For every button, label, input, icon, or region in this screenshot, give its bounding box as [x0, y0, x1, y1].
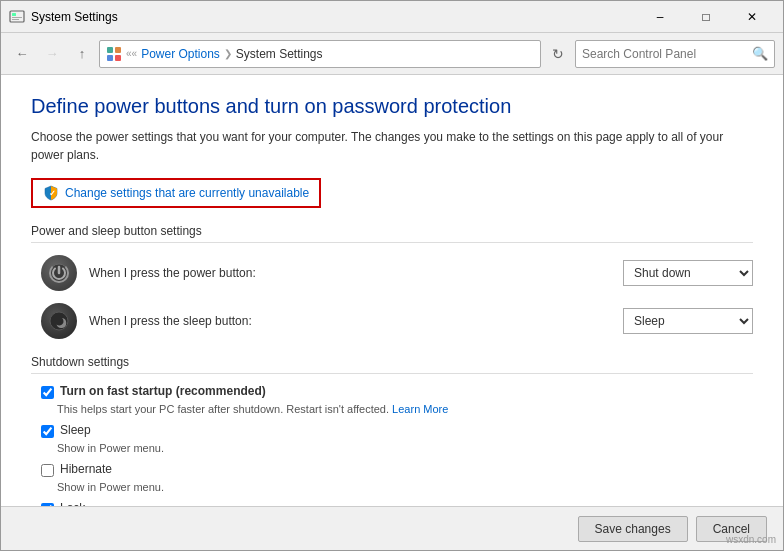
watermark: wsxdn.com	[726, 534, 776, 545]
svg-rect-0	[10, 11, 24, 22]
sleep-button-icon	[48, 310, 70, 332]
page-title: Define power buttons and turn on passwor…	[31, 95, 753, 118]
minimize-button[interactable]: –	[637, 1, 683, 33]
hibernate-label: Hibernate	[60, 462, 112, 476]
power-button-label: When I press the power button:	[89, 266, 623, 280]
breadcrumb-power-options[interactable]: Power Options	[141, 47, 220, 61]
maximize-button[interactable]: □	[683, 1, 729, 33]
hibernate-sub: Show in Power menu.	[31, 481, 753, 493]
footer: Save changes Cancel	[1, 506, 783, 550]
search-icon[interactable]: 🔍	[752, 46, 768, 61]
svg-rect-6	[107, 55, 113, 61]
search-bar: 🔍	[575, 40, 775, 68]
breadcrumb: «« Power Options ❯ System Settings	[99, 40, 541, 68]
breadcrumb-sep1: ««	[126, 48, 137, 59]
section1-header: Power and sleep button settings	[31, 224, 753, 243]
sleep-icon	[41, 303, 77, 339]
close-button[interactable]: ✕	[729, 1, 775, 33]
shutdown-section: Shutdown settings Turn on fast startup (…	[31, 355, 753, 506]
sleep-button-label: When I press the sleep button:	[89, 314, 623, 328]
control-panel-icon	[106, 46, 122, 62]
section2-header: Shutdown settings	[31, 355, 753, 374]
fast-startup-checkbox[interactable]	[41, 386, 54, 399]
hibernate-checkbox[interactable]	[41, 464, 54, 477]
power-button-dropdown[interactable]: Shut down Do nothing Sleep Hibernate Tur…	[623, 260, 753, 286]
search-input[interactable]	[582, 47, 752, 61]
sleep-row: Sleep	[31, 423, 753, 438]
sleep-label: Sleep	[60, 423, 91, 437]
window-controls: – □ ✕	[637, 1, 775, 33]
up-button[interactable]: ↑	[69, 41, 95, 67]
breadcrumb-current: System Settings	[236, 47, 323, 61]
sleep-button-row: When I press the sleep button: Sleep Do …	[31, 303, 753, 339]
hibernate-row: Hibernate	[31, 462, 753, 477]
svg-point-9	[50, 264, 68, 282]
title-bar: System Settings – □ ✕	[1, 1, 783, 33]
power-button-row: When I press the power button: Shut down…	[31, 255, 753, 291]
fast-startup-label: Turn on fast startup (recommended)	[60, 384, 266, 398]
change-settings-label: Change settings that are currently unava…	[65, 186, 309, 200]
shield-icon: ✓	[43, 185, 59, 201]
window-icon	[9, 9, 25, 25]
forward-button[interactable]: →	[39, 41, 65, 67]
learn-more-link[interactable]: Learn More	[392, 403, 448, 415]
sleep-sub: Show in Power menu.	[31, 442, 753, 454]
save-button[interactable]: Save changes	[578, 516, 688, 542]
content-area: Define power buttons and turn on passwor…	[1, 75, 783, 506]
back-button[interactable]: ←	[9, 41, 35, 67]
svg-rect-5	[115, 47, 121, 53]
address-bar: ← → ↑ «« Power Options ❯ System Settings…	[1, 33, 783, 75]
power-button-icon	[48, 262, 70, 284]
svg-rect-1	[12, 13, 16, 16]
svg-rect-2	[12, 17, 22, 18]
svg-rect-3	[12, 19, 19, 20]
window-title: System Settings	[31, 10, 637, 24]
fast-startup-sub: This helps start your PC faster after sh…	[31, 403, 753, 415]
breadcrumb-arrow: ❯	[224, 48, 232, 59]
sleep-checkbox[interactable]	[41, 425, 54, 438]
fast-startup-row: Turn on fast startup (recommended)	[31, 384, 753, 399]
svg-rect-4	[107, 47, 113, 53]
svg-rect-7	[115, 55, 121, 61]
change-settings-button[interactable]: ✓ Change settings that are currently una…	[31, 178, 321, 208]
refresh-button[interactable]: ↻	[545, 41, 571, 67]
main-window: System Settings – □ ✕ ← → ↑ «« Power Opt…	[0, 0, 784, 551]
page-description: Choose the power settings that you want …	[31, 128, 753, 164]
sleep-button-dropdown[interactable]: Sleep Do nothing Hibernate Shut down Tur…	[623, 308, 753, 334]
svg-text:✓: ✓	[49, 189, 56, 198]
power-icon	[41, 255, 77, 291]
